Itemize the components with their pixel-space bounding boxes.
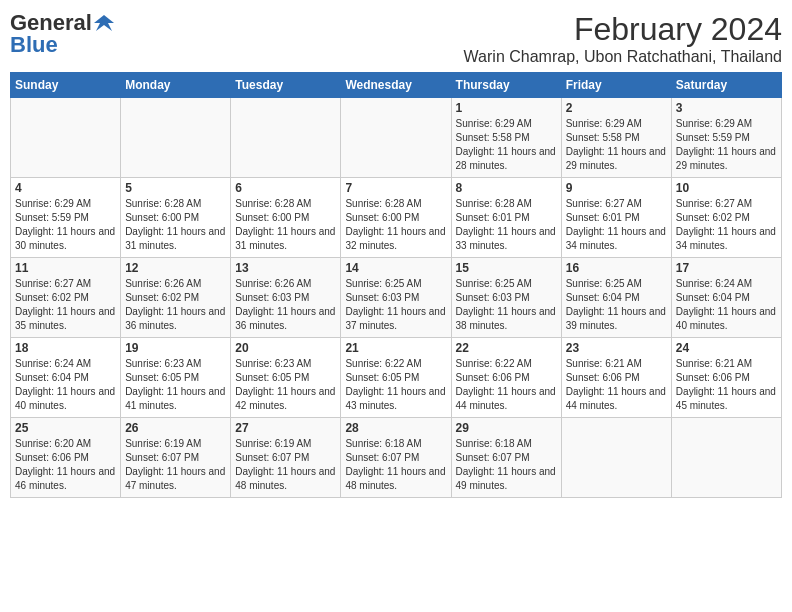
- day-number: 21: [345, 341, 446, 355]
- calendar-cell: 8Sunrise: 6:28 AM Sunset: 6:01 PM Daylig…: [451, 178, 561, 258]
- day-number: 6: [235, 181, 336, 195]
- calendar-cell: [671, 418, 781, 498]
- day-info: Sunrise: 6:24 AM Sunset: 6:04 PM Dayligh…: [15, 357, 116, 413]
- day-number: 29: [456, 421, 557, 435]
- calendar-cell: 1Sunrise: 6:29 AM Sunset: 5:58 PM Daylig…: [451, 98, 561, 178]
- calendar-cell: 20Sunrise: 6:23 AM Sunset: 6:05 PM Dayli…: [231, 338, 341, 418]
- day-info: Sunrise: 6:21 AM Sunset: 6:06 PM Dayligh…: [566, 357, 667, 413]
- logo-bird-icon: [94, 13, 114, 33]
- svg-marker-0: [94, 15, 114, 31]
- day-info: Sunrise: 6:29 AM Sunset: 5:58 PM Dayligh…: [566, 117, 667, 173]
- day-number: 7: [345, 181, 446, 195]
- day-info: Sunrise: 6:22 AM Sunset: 6:05 PM Dayligh…: [345, 357, 446, 413]
- calendar-cell: [11, 98, 121, 178]
- day-info: Sunrise: 6:28 AM Sunset: 6:01 PM Dayligh…: [456, 197, 557, 253]
- day-number: 24: [676, 341, 777, 355]
- day-info: Sunrise: 6:20 AM Sunset: 6:06 PM Dayligh…: [15, 437, 116, 493]
- week-row-5: 25Sunrise: 6:20 AM Sunset: 6:06 PM Dayli…: [11, 418, 782, 498]
- calendar-cell: 17Sunrise: 6:24 AM Sunset: 6:04 PM Dayli…: [671, 258, 781, 338]
- weekday-header-row: SundayMondayTuesdayWednesdayThursdayFrid…: [11, 73, 782, 98]
- day-number: 23: [566, 341, 667, 355]
- day-info: Sunrise: 6:25 AM Sunset: 6:03 PM Dayligh…: [456, 277, 557, 333]
- calendar-cell: 19Sunrise: 6:23 AM Sunset: 6:05 PM Dayli…: [121, 338, 231, 418]
- day-info: Sunrise: 6:25 AM Sunset: 6:03 PM Dayligh…: [345, 277, 446, 333]
- day-number: 28: [345, 421, 446, 435]
- logo: General Blue: [10, 10, 114, 58]
- week-row-1: 1Sunrise: 6:29 AM Sunset: 5:58 PM Daylig…: [11, 98, 782, 178]
- calendar-cell: [561, 418, 671, 498]
- calendar-cell: 2Sunrise: 6:29 AM Sunset: 5:58 PM Daylig…: [561, 98, 671, 178]
- day-info: Sunrise: 6:29 AM Sunset: 5:59 PM Dayligh…: [676, 117, 777, 173]
- day-info: Sunrise: 6:29 AM Sunset: 5:59 PM Dayligh…: [15, 197, 116, 253]
- calendar-cell: [121, 98, 231, 178]
- calendar-table: SundayMondayTuesdayWednesdayThursdayFrid…: [10, 72, 782, 498]
- day-info: Sunrise: 6:27 AM Sunset: 6:02 PM Dayligh…: [676, 197, 777, 253]
- calendar-cell: 4Sunrise: 6:29 AM Sunset: 5:59 PM Daylig…: [11, 178, 121, 258]
- day-info: Sunrise: 6:26 AM Sunset: 6:03 PM Dayligh…: [235, 277, 336, 333]
- day-info: Sunrise: 6:28 AM Sunset: 6:00 PM Dayligh…: [125, 197, 226, 253]
- weekday-header-sunday: Sunday: [11, 73, 121, 98]
- calendar-cell: 16Sunrise: 6:25 AM Sunset: 6:04 PM Dayli…: [561, 258, 671, 338]
- calendar-title: February 2024: [464, 10, 782, 48]
- day-number: 20: [235, 341, 336, 355]
- day-number: 19: [125, 341, 226, 355]
- day-info: Sunrise: 6:23 AM Sunset: 6:05 PM Dayligh…: [235, 357, 336, 413]
- day-number: 4: [15, 181, 116, 195]
- page-header: General Blue February 2024 Warin Chamrap…: [10, 10, 782, 66]
- day-info: Sunrise: 6:23 AM Sunset: 6:05 PM Dayligh…: [125, 357, 226, 413]
- calendar-cell: 11Sunrise: 6:27 AM Sunset: 6:02 PM Dayli…: [11, 258, 121, 338]
- day-info: Sunrise: 6:18 AM Sunset: 6:07 PM Dayligh…: [345, 437, 446, 493]
- day-info: Sunrise: 6:26 AM Sunset: 6:02 PM Dayligh…: [125, 277, 226, 333]
- day-info: Sunrise: 6:21 AM Sunset: 6:06 PM Dayligh…: [676, 357, 777, 413]
- day-info: Sunrise: 6:24 AM Sunset: 6:04 PM Dayligh…: [676, 277, 777, 333]
- calendar-cell: 3Sunrise: 6:29 AM Sunset: 5:59 PM Daylig…: [671, 98, 781, 178]
- day-number: 14: [345, 261, 446, 275]
- week-row-4: 18Sunrise: 6:24 AM Sunset: 6:04 PM Dayli…: [11, 338, 782, 418]
- day-info: Sunrise: 6:19 AM Sunset: 6:07 PM Dayligh…: [235, 437, 336, 493]
- day-info: Sunrise: 6:19 AM Sunset: 6:07 PM Dayligh…: [125, 437, 226, 493]
- day-info: Sunrise: 6:18 AM Sunset: 6:07 PM Dayligh…: [456, 437, 557, 493]
- week-row-3: 11Sunrise: 6:27 AM Sunset: 6:02 PM Dayli…: [11, 258, 782, 338]
- day-number: 10: [676, 181, 777, 195]
- calendar-cell: 10Sunrise: 6:27 AM Sunset: 6:02 PM Dayli…: [671, 178, 781, 258]
- calendar-cell: 29Sunrise: 6:18 AM Sunset: 6:07 PM Dayli…: [451, 418, 561, 498]
- calendar-cell: 13Sunrise: 6:26 AM Sunset: 6:03 PM Dayli…: [231, 258, 341, 338]
- calendar-cell: [341, 98, 451, 178]
- calendar-cell: 21Sunrise: 6:22 AM Sunset: 6:05 PM Dayli…: [341, 338, 451, 418]
- day-info: Sunrise: 6:28 AM Sunset: 6:00 PM Dayligh…: [235, 197, 336, 253]
- week-row-2: 4Sunrise: 6:29 AM Sunset: 5:59 PM Daylig…: [11, 178, 782, 258]
- calendar-cell: 18Sunrise: 6:24 AM Sunset: 6:04 PM Dayli…: [11, 338, 121, 418]
- day-number: 8: [456, 181, 557, 195]
- day-number: 13: [235, 261, 336, 275]
- calendar-cell: 27Sunrise: 6:19 AM Sunset: 6:07 PM Dayli…: [231, 418, 341, 498]
- day-number: 9: [566, 181, 667, 195]
- calendar-cell: 12Sunrise: 6:26 AM Sunset: 6:02 PM Dayli…: [121, 258, 231, 338]
- calendar-cell: 7Sunrise: 6:28 AM Sunset: 6:00 PM Daylig…: [341, 178, 451, 258]
- calendar-cell: 22Sunrise: 6:22 AM Sunset: 6:06 PM Dayli…: [451, 338, 561, 418]
- calendar-subtitle: Warin Chamrap, Ubon Ratchathani, Thailan…: [464, 48, 782, 66]
- day-info: Sunrise: 6:27 AM Sunset: 6:01 PM Dayligh…: [566, 197, 667, 253]
- day-info: Sunrise: 6:27 AM Sunset: 6:02 PM Dayligh…: [15, 277, 116, 333]
- calendar-cell: 23Sunrise: 6:21 AM Sunset: 6:06 PM Dayli…: [561, 338, 671, 418]
- weekday-header-tuesday: Tuesday: [231, 73, 341, 98]
- day-number: 27: [235, 421, 336, 435]
- calendar-cell: 15Sunrise: 6:25 AM Sunset: 6:03 PM Dayli…: [451, 258, 561, 338]
- day-info: Sunrise: 6:22 AM Sunset: 6:06 PM Dayligh…: [456, 357, 557, 413]
- day-number: 26: [125, 421, 226, 435]
- weekday-header-wednesday: Wednesday: [341, 73, 451, 98]
- day-number: 1: [456, 101, 557, 115]
- day-number: 18: [15, 341, 116, 355]
- calendar-cell: 5Sunrise: 6:28 AM Sunset: 6:00 PM Daylig…: [121, 178, 231, 258]
- day-number: 2: [566, 101, 667, 115]
- calendar-cell: 14Sunrise: 6:25 AM Sunset: 6:03 PM Dayli…: [341, 258, 451, 338]
- logo-blue-text: Blue: [10, 32, 58, 58]
- day-number: 15: [456, 261, 557, 275]
- day-number: 16: [566, 261, 667, 275]
- day-number: 11: [15, 261, 116, 275]
- day-info: Sunrise: 6:25 AM Sunset: 6:04 PM Dayligh…: [566, 277, 667, 333]
- day-number: 12: [125, 261, 226, 275]
- day-info: Sunrise: 6:28 AM Sunset: 6:00 PM Dayligh…: [345, 197, 446, 253]
- calendar-cell: 24Sunrise: 6:21 AM Sunset: 6:06 PM Dayli…: [671, 338, 781, 418]
- day-number: 22: [456, 341, 557, 355]
- calendar-cell: [231, 98, 341, 178]
